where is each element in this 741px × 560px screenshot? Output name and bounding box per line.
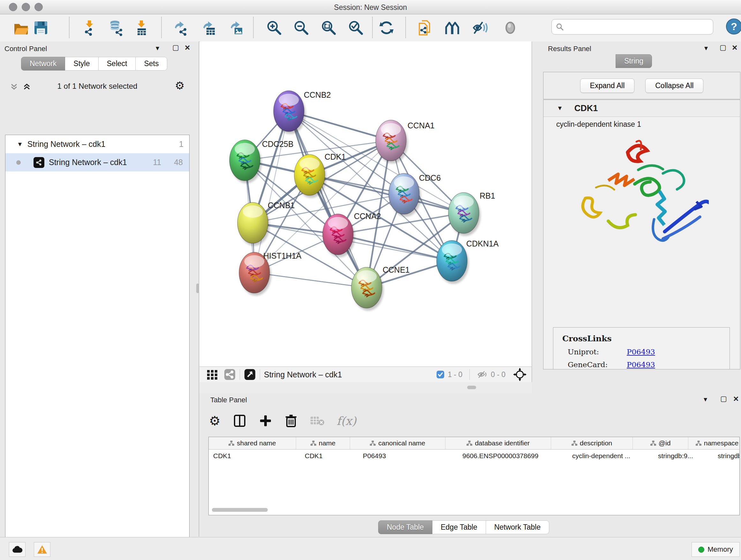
table-cell[interactable]: cyclin-dependent ... [568,449,654,462]
collapse-all-button[interactable]: Collapse All [645,78,703,93]
tab-select[interactable]: Select [98,57,136,71]
node-table-grid[interactable]: shared namenamecanonical namedatabase id… [208,437,740,515]
tab-edge-table[interactable]: Edge Table [432,520,486,534]
import-network-file-button[interactable] [80,18,98,37]
table-hscrollbar[interactable] [212,508,268,512]
table-cell[interactable]: CDK1 [209,449,300,462]
network-canvas[interactable]: CCNB2CCNA1CDC25BCDK1CDC6RB1CCNB1CCNA2CDK… [199,42,532,367]
search-box[interactable] [551,19,713,35]
function-builder-icon: f(x) [337,415,356,428]
search-input[interactable] [566,22,711,31]
open-session-button[interactable] [12,18,30,37]
export-table-button[interactable] [200,18,219,37]
float-table-icon[interactable]: ▢ [720,395,727,403]
zoom-in-button[interactable] [265,18,283,37]
crosslink-link[interactable]: P06493 [627,361,655,369]
first-neighbors-button[interactable] [443,18,461,37]
export-network-button[interactable] [172,18,191,37]
table-row[interactable]: CDK1CDK1P064939606.ENSP00000378699cyclin… [209,449,739,462]
network-row-selected[interactable]: String Network – cdk1 11 48 [5,153,189,172]
collapse-table-icon[interactable]: ▾ [704,395,707,403]
node-CCNE1[interactable]: CCNE1 [351,265,410,311]
delete-column-trash-icon[interactable] [284,414,298,428]
results-node-section: ▼ CDK1 cyclin-dependent kinase 1 [543,100,740,369]
tab-node-table[interactable]: Node Table [378,520,432,534]
node-RB1[interactable]: RB1 [448,191,495,236]
tab-style[interactable]: Style [65,57,98,71]
warning-icon [37,545,47,554]
crosslinks-section: CrossLinks Uniprot:P06493GeneCard:P06493… [553,327,730,369]
left-splitter-handle[interactable] [196,284,199,293]
table-cell[interactable]: P06493 [358,449,458,462]
node-section-header[interactable]: ▼ CDK1 [543,100,740,117]
hide-selected-button[interactable] [471,18,489,37]
table-cell[interactable]: 9606.ENSP00000378699 [458,449,568,462]
close-panel-icon[interactable]: ✕ [185,44,190,52]
first-neighbors-icon [444,19,461,36]
export-image-button[interactable] [228,18,246,37]
table-cell[interactable]: stringdb:9... [654,449,713,462]
memory-button[interactable]: Memory [691,542,740,557]
node-CDKN1A[interactable]: CDKN1A [436,239,499,284]
import-network-database-icon [107,19,124,36]
selected-checkbox-icon[interactable] [436,370,445,379]
warning-status-button[interactable] [34,542,51,557]
clone-network-button[interactable] [415,18,434,37]
import-table-button[interactable] [132,18,151,37]
tab-network-table[interactable]: Network Table [486,520,549,534]
show-all-button[interactable] [501,18,520,37]
tree-expander-icon[interactable]: ▼ [17,141,23,148]
close-table-icon[interactable]: ✕ [733,395,739,403]
show-grid-icon[interactable] [206,369,218,380]
column-header-name[interactable]: name [296,437,350,449]
close-results-icon[interactable]: ✕ [732,44,738,52]
collapse-results-icon[interactable]: ▾ [704,44,708,52]
import-network-database-button[interactable] [106,18,125,37]
add-column-icon[interactable] [259,414,272,428]
birds-eye-view-icon[interactable] [244,368,256,381]
refresh-view-button[interactable] [377,18,396,37]
table-cell[interactable]: CDK1 [300,449,358,462]
hidden-eye-slash-icon[interactable] [477,370,488,379]
show-columns-icon[interactable] [232,414,247,428]
crosslink-link[interactable]: P06493 [627,348,655,356]
network-collection-row[interactable]: ▼ String Network – cdk1 1 [5,135,189,153]
cloud-status-button[interactable] [9,542,25,557]
node-CCNB1[interactable]: CCNB1 [238,201,295,246]
float-panel-icon[interactable]: ▢ [172,44,179,52]
network-options-gear-icon[interactable]: ⚙ [175,79,185,92]
collapse-all-networks-icon[interactable] [10,82,18,92]
zoom-out-button[interactable] [292,18,311,37]
tab-string[interactable]: String [616,54,652,68]
save-session-button[interactable] [31,18,50,37]
column-header-database-identifier[interactable]: database identifier [446,437,551,449]
expand-all-button[interactable]: Expand All [580,78,635,93]
collapse-panel-icon[interactable]: ▾ [156,44,159,52]
edge-CCNA2-CDKN1A[interactable] [338,234,452,261]
bottom-splitter-handle[interactable] [467,386,476,389]
column-header-@id[interactable]: @id [633,437,688,449]
node-CCNB2[interactable]: CCNB2 [273,90,331,134]
column-header-namespace[interactable]: namespace [688,437,740,449]
expand-all-networks-icon[interactable] [22,82,31,92]
column-header-canonical-name[interactable]: canonical name [350,437,446,449]
zoom-fit-button[interactable] [320,18,338,37]
node-CDC25B[interactable]: CDC25B [229,139,293,183]
column-header-description[interactable]: description [551,437,633,449]
table-cell[interactable]: stringdb [713,449,740,462]
column-header-shared-name[interactable]: shared name [209,437,296,449]
tab-network[interactable]: Network [21,57,65,71]
network-style-icon[interactable] [224,368,236,381]
zoom-selected-button[interactable] [347,18,365,37]
node-HIST1H1A[interactable]: HIST1H1A [239,251,301,296]
table-options-gear-icon[interactable]: ⚙ [209,414,220,428]
tab-sets[interactable]: Sets [136,57,167,71]
float-results-icon[interactable]: ▢ [720,44,726,52]
help-button[interactable]: ? [726,18,741,36]
fit-selected-crosshair-icon[interactable] [513,368,527,381]
section-expander-icon[interactable]: ▼ [557,105,563,112]
edge-CCNB2-CCNE1[interactable] [289,111,367,288]
node-CCNA1[interactable]: CCNA1 [376,120,434,164]
column-type-icon [696,440,701,446]
string-network-graph[interactable]: CCNB2CCNA1CDC25BCDK1CDC6RB1CCNB1CCNA2CDK… [199,42,532,367]
